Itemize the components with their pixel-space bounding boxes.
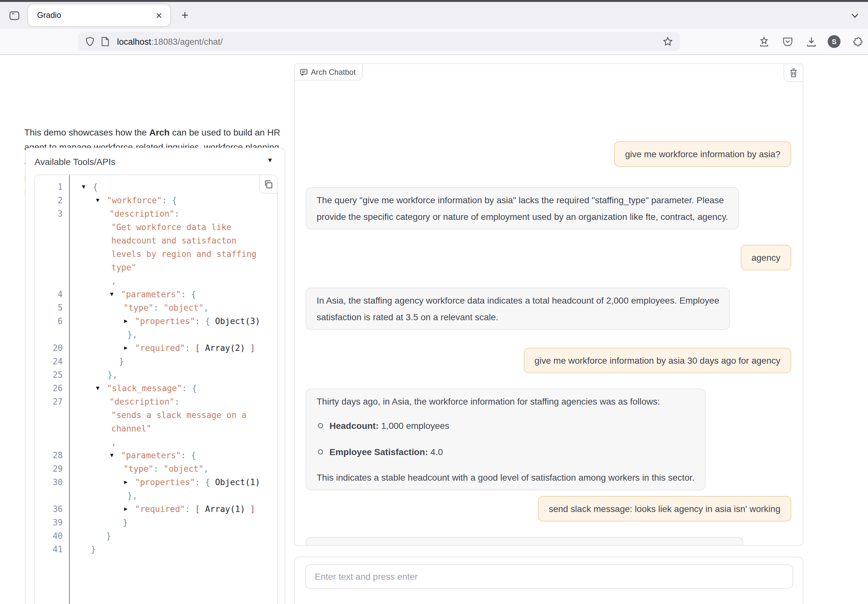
json-code: },: [127, 328, 137, 341]
json-code: channel": [111, 422, 151, 435]
json-viewer: 1▼{2▼"workforce": {3"description":"Get w…: [34, 175, 277, 604]
url-host: localhost: [117, 37, 151, 46]
browser-toolbar: S: [757, 29, 868, 54]
json-code: "required": [ Array(1) ]: [135, 502, 255, 516]
collapse-arrow-icon[interactable]: ▼: [110, 287, 113, 301]
navigation-bar: localhost:18083/agent/chat/: [0, 29, 868, 55]
json-code: {: [93, 180, 98, 194]
collapse-arrow-icon[interactable]: ▼: [96, 382, 99, 395]
chat-input[interactable]: [305, 564, 793, 589]
account-avatar[interactable]: S: [828, 35, 840, 48]
line-number: 4: [34, 287, 63, 301]
json-code: "properties": { Object(3): [135, 314, 260, 328]
expand-arrow-icon[interactable]: ▶: [124, 502, 128, 516]
bot-message-intro: Thirty days ago, in Asia, the workforce …: [317, 393, 694, 410]
json-row: channel": [34, 422, 277, 435]
json-code: type": [111, 261, 136, 274]
new-tab-button[interactable]: +: [177, 7, 193, 24]
clear-chat-button[interactable]: [784, 64, 803, 82]
json-code: ,: [111, 435, 116, 449]
json-code: }: [91, 543, 96, 556]
url-text[interactable]: localhost:18083/agent/chat/: [117, 37, 663, 46]
json-row: 25},: [34, 368, 277, 382]
line-number: 25: [34, 368, 63, 382]
line-number: 39: [34, 516, 63, 529]
tab-list-chevron-icon[interactable]: [848, 8, 862, 22]
user-message: agency: [741, 245, 791, 270]
bullet-ring-icon: [318, 423, 323, 428]
expand-arrow-icon[interactable]: ▶: [124, 476, 128, 489]
line-number: 1: [34, 180, 63, 194]
list-item: Headcount: 1,000 employees: [317, 417, 694, 434]
json-row: 20▶"required": [ Array(2) ]: [34, 341, 277, 355]
bullet-ring-icon: [318, 450, 323, 454]
list-item: Employee Satisfaction: 4.0: [317, 443, 694, 460]
json-code: }: [123, 516, 128, 529]
downloads-icon[interactable]: [804, 34, 818, 49]
copy-button[interactable]: [259, 175, 277, 194]
url-bar[interactable]: localhost:18083/agent/chat/: [78, 32, 680, 51]
json-row: levels by region and staffing: [34, 247, 277, 261]
chatbot-label: Arch Chatbot: [295, 64, 363, 80]
json-row: 40}: [34, 529, 277, 543]
line-number: 27: [34, 395, 63, 408]
collapse-arrow-icon[interactable]: ▼: [82, 180, 85, 194]
json-code: "parameters": {: [121, 287, 196, 301]
bot-message: In Asia, the staffing agency workforce d…: [306, 287, 730, 330]
json-code: "parameters": {: [121, 449, 196, 462]
line-number: 26: [34, 382, 63, 395]
json-code: },: [127, 489, 137, 502]
tab-title: Gradio: [37, 11, 155, 20]
json-row: 2▼"workforce": {: [34, 194, 277, 207]
bot-message-outro: This indicates a stable headcount with a…: [317, 469, 694, 486]
intro-text: This demo showcases how the: [24, 127, 149, 137]
json-code: "required": [ Array(2) ]: [135, 341, 255, 355]
json-row: },: [34, 328, 277, 341]
json-row: 29"type": "object",: [34, 462, 277, 476]
bookmark-star-icon[interactable]: [663, 36, 673, 47]
page-info-icon[interactable]: [101, 36, 109, 47]
collapse-arrow-icon[interactable]: ▼: [110, 449, 113, 462]
json-code: }: [119, 355, 124, 368]
firefox-view-icon[interactable]: [6, 8, 22, 23]
intro-bold-text: Arch: [149, 127, 170, 137]
collapse-arrow-icon[interactable]: ▼: [96, 194, 99, 207]
json-row: },: [34, 489, 277, 502]
json-row: 27"description":: [34, 395, 277, 408]
json-code: headcount and satisfacton: [111, 234, 236, 247]
line-number: 28: [34, 449, 63, 462]
json-row: 3"description":: [34, 207, 277, 221]
json-code: "Get workforce data like: [111, 221, 231, 234]
json-row: type": [34, 261, 277, 274]
json-code: "description":: [109, 395, 180, 408]
json-row: 4▼"parameters": {: [34, 287, 277, 301]
json-code: "description":: [109, 207, 180, 221]
tab-gradio[interactable]: Gradio ✕: [28, 5, 170, 26]
bot-message: I'm unable to send messages or interact …: [306, 537, 743, 546]
firefox-window: Gradio ✕ + localhost:18083/agent/chat: [0, 0, 868, 604]
tab-close-icon[interactable]: ✕: [155, 11, 163, 20]
expand-arrow-icon[interactable]: ▶: [124, 341, 128, 355]
save-to-collection-icon[interactable]: [757, 34, 771, 49]
line-number: 41: [34, 543, 63, 556]
tools-panel-header[interactable]: Available Tools/APIs ▼: [26, 148, 285, 174]
json-row: 41}: [34, 543, 277, 556]
chatbot-title: Arch Chatbot: [311, 68, 356, 76]
bot-message: The query "give me workforce information…: [306, 187, 739, 229]
bot-message-list: Headcount: 1,000 employeesEmployee Satis…: [317, 417, 694, 460]
expand-arrow-icon[interactable]: ▶: [124, 314, 128, 328]
json-code: "workforce": {: [107, 194, 177, 207]
shield-icon[interactable]: [85, 36, 95, 47]
json-row: 6▶"properties": { Object(3): [34, 314, 277, 328]
json-row: "sends a slack message on a: [34, 408, 277, 422]
json-row: headcount and satisfacton: [34, 234, 277, 247]
extensions-puzzle-icon[interactable]: [850, 34, 864, 49]
trash-icon: [789, 68, 798, 77]
tools-panel-title: Available Tools/APIs: [34, 157, 115, 167]
tab-bar: Gradio ✕ +: [0, 2, 868, 29]
pocket-icon[interactable]: [780, 34, 794, 49]
collapse-caret-icon[interactable]: ▼: [267, 157, 273, 164]
json-code: "type": "object",: [124, 462, 209, 476]
line-number: 2: [34, 194, 63, 207]
json-row: ,: [34, 435, 277, 449]
